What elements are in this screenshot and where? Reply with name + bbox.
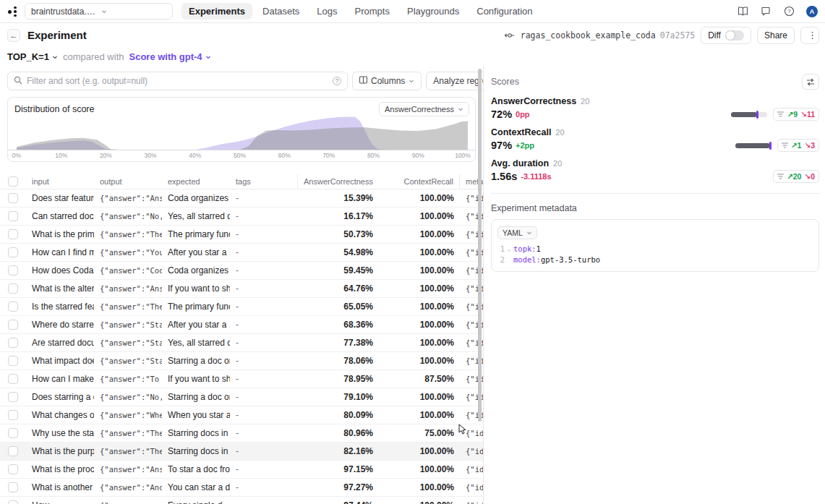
share-button[interactable]: Share (757, 27, 795, 44)
base-experiment-dropdown[interactable]: TOP_K=1 (7, 51, 58, 62)
vertical-scrollbar[interactable] (478, 69, 482, 422)
mouse-cursor (458, 424, 468, 435)
chevron-down-icon (526, 230, 532, 236)
row-checkbox[interactable] (8, 193, 18, 203)
diff-toggle-group[interactable]: Diff (701, 27, 751, 44)
table-row[interactable]: What is the alter...{"answer":"Answ...If… (0, 280, 483, 298)
table-row[interactable]: Does starring a d...{"answer":"No, ...St… (0, 388, 483, 406)
diff-toggle-switch[interactable] (725, 30, 744, 40)
comparison-experiment-dropdown[interactable]: Score with gpt-4 (129, 51, 210, 62)
compare-settings-button[interactable] (802, 74, 819, 90)
table-row[interactable]: How does Coda ...{"answer":"Coda...Coda … (0, 262, 483, 280)
cell-tags: - (230, 320, 298, 330)
back-button[interactable]: ← (7, 29, 20, 42)
row-checkbox[interactable] (8, 229, 18, 239)
cell-checkbox (0, 283, 26, 294)
regression-badge[interactable]: ↗1↘3 (777, 139, 819, 152)
row-checkbox[interactable] (8, 247, 18, 257)
row-checkbox[interactable] (8, 283, 18, 294)
experiment-ref[interactable]: ragas_cookbook_example_coda 07a2575 (521, 30, 695, 40)
distribution-area-chart (8, 112, 475, 150)
column-header-checkbox[interactable] (0, 174, 26, 189)
row-checkbox[interactable] (8, 320, 18, 330)
cell-contextRecall: 100.00% (379, 211, 460, 221)
tab-configuration[interactable]: Configuration (469, 3, 539, 20)
column-header-answerCorrectness[interactable]: AnswerCorrectness (298, 174, 379, 189)
row-checkbox[interactable] (8, 446, 18, 456)
row-checkbox[interactable] (8, 392, 18, 402)
avatar[interactable]: A (806, 6, 818, 17)
docs-book-icon[interactable] (737, 6, 748, 17)
cell-contextRecall: 100.00% (379, 392, 460, 402)
tab-logs[interactable]: Logs (309, 3, 344, 20)
tab-datasets[interactable]: Datasets (255, 3, 307, 20)
table-row[interactable]: What is the proc...{"answer":"Answ...To … (0, 461, 483, 479)
tab-prompts[interactable]: Prompts (348, 3, 397, 20)
table-row[interactable]: Is the starred fea...{"answer":"The ...T… (0, 298, 483, 316)
cell-contextRecall: 87.50% (379, 374, 460, 384)
row-checkbox[interactable] (8, 410, 18, 420)
commit-icon (505, 29, 515, 42)
table-row[interactable]: Are starred docu...{"answer":"Star...Yes… (0, 334, 483, 352)
columns-button[interactable]: Columns (352, 72, 422, 90)
x-tick-label: 90% (412, 152, 424, 159)
filter-input[interactable]: Filter and sort (e.g. output=null) ? (7, 72, 348, 90)
table-row[interactable]: What is the purp...{"answer":"The ...Sta… (0, 443, 483, 461)
regression-badge[interactable]: ↗20↘0 (773, 170, 819, 183)
cell-answerCorrectness: 65.05% (298, 302, 379, 312)
column-header-tags[interactable]: tags (230, 174, 298, 189)
metric-count: 20 (555, 128, 564, 137)
row-checkbox[interactable] (8, 338, 18, 348)
metric-avg-duration: Avg. duration201.56s-3.1118s↗20↘0 (491, 158, 819, 183)
column-header-output[interactable]: output (94, 174, 162, 189)
experiment-metadata-title: Experiment metadata (491, 203, 819, 213)
table-row[interactable]: How can I make ...{"answer":"To m...If y… (0, 370, 483, 388)
row-checkbox[interactable] (8, 211, 18, 221)
regression-badge[interactable]: ↗9↘11 (773, 108, 819, 121)
table-row[interactable]: What impact doe...{"answer":"Star...Star… (0, 352, 483, 370)
improvements-count: ↗1 (791, 141, 802, 150)
columns-label: Columns (371, 76, 405, 86)
feedback-bubble-icon[interactable] (760, 6, 771, 17)
select-all-checkbox[interactable] (8, 176, 18, 187)
row-checkbox[interactable] (8, 464, 18, 474)
help-icon[interactable]: ? (783, 6, 795, 17)
table-row[interactable]: Where do starre...{"answer":"Star...Afte… (0, 316, 483, 334)
column-header-contextRecall[interactable]: ContextRecall (379, 174, 460, 189)
row-checkbox[interactable] (8, 500, 18, 504)
column-header-expected[interactable]: expected (162, 174, 230, 189)
table-row[interactable]: How can I find m...{"answer":"You ...Aft… (0, 244, 483, 262)
row-checkbox[interactable] (8, 428, 18, 438)
tab-experiments[interactable]: Experiments (181, 3, 252, 20)
project-selector[interactable]: braintrustdata.com / Rag Metrics with Ra… (25, 3, 173, 20)
comparison-row: TOP_K=1 compared with Score with gpt-4 (0, 47, 825, 67)
row-checkbox[interactable] (8, 265, 18, 276)
table-header-row: inputoutputexpectedtagsAnswerCorrectness… (0, 174, 483, 189)
more-options-button[interactable]: ⋮ (800, 27, 819, 44)
table-body: Does star feature...{"answer":"Answ...Co… (0, 189, 483, 504)
cell-tags: - (230, 211, 298, 221)
table-row[interactable]: Does star feature...{"answer":"Answ...Co… (0, 189, 483, 208)
table-row[interactable]: What is another ...{"answer":"Anot...You… (0, 479, 483, 497)
cell-answerCorrectness: 97.44% (298, 500, 379, 504)
row-checkbox[interactable] (8, 356, 18, 366)
row-checkbox[interactable] (8, 302, 18, 312)
filter-help-icon[interactable]: ? (333, 77, 341, 85)
x-tick-label: 50% (234, 152, 246, 159)
format-selector[interactable]: YAML (497, 226, 537, 239)
column-header-input[interactable]: input (26, 174, 94, 189)
metric-value: 97% (491, 140, 512, 151)
cell-tags: - (230, 464, 298, 474)
table-row[interactable]: What is the prim...{"answer":"The ...The… (0, 226, 483, 244)
row-checkbox[interactable] (8, 482, 18, 492)
table-row[interactable]: How ...{"answ...Every single d...-97.44%… (0, 497, 483, 504)
fold-chevron-icon[interactable]: ⌄ (505, 244, 513, 255)
analyze-regressions-button[interactable]: Analyze regressions (426, 72, 483, 90)
table-row[interactable]: What changes o...{"answer":"When...When … (0, 406, 483, 424)
row-checkbox[interactable] (8, 374, 18, 384)
table-row[interactable]: Can starred docs...{"answer":"No, ...Yes… (0, 208, 483, 226)
results-column: Filter and sort (e.g. output=null) ? Col… (0, 67, 483, 504)
cell-input: Where do starre... (26, 320, 94, 330)
table-row[interactable]: Why use the star...{"answer":"The ...Sta… (0, 424, 483, 443)
tab-playgrounds[interactable]: Playgrounds (400, 3, 466, 20)
